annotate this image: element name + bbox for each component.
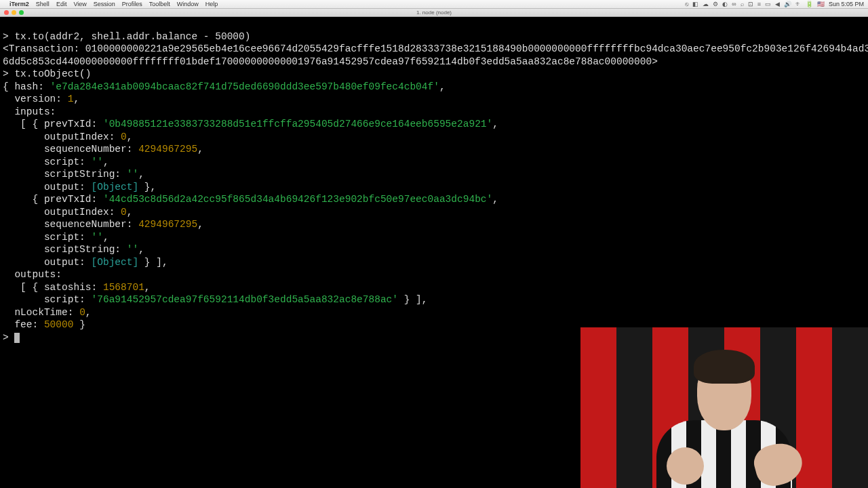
webcam-overlay	[580, 327, 868, 488]
output-string: ''	[92, 232, 103, 243]
output-key: outputIndex:	[3, 131, 121, 142]
output-text: ,	[492, 119, 498, 129]
status-icon[interactable]: ⌕	[741, 1, 744, 7]
output-key: script:	[3, 157, 92, 167]
input-flag-icon[interactable]: 🇺🇸	[817, 1, 825, 7]
status-icon[interactable]: ◐	[722, 1, 728, 7]
status-icon[interactable]: ⊡	[748, 1, 753, 7]
status-icon[interactable]: ◀	[775, 1, 780, 7]
menu-view[interactable]: View	[73, 1, 86, 7]
output-string: '76a91452957cdea97f6592114db0f3edd5a5aa8…	[92, 294, 398, 305]
terminal-cursor	[14, 333, 20, 343]
output-text: ,	[73, 94, 79, 104]
output-text: <Transaction:	[3, 43, 85, 54]
output-text: 0100000000221a9e29565eb4e16cee96674d2055…	[85, 43, 868, 54]
output-key: nLockTime:	[3, 307, 79, 318]
output-text: },	[138, 182, 156, 192]
output-key: script:	[3, 294, 92, 305]
output-text: ,	[127, 131, 133, 142]
output-key: output:	[3, 257, 92, 268]
output-number: 0	[121, 131, 127, 142]
status-icon[interactable]: ▭	[765, 1, 771, 7]
output-string: '0b49885121e3383733288d51e1ffcffa295405d…	[103, 119, 492, 129]
output-key: version:	[3, 94, 68, 104]
window-title-bar[interactable]: 1. node (node)	[0, 9, 868, 17]
output-text: ,	[127, 207, 133, 218]
output-key: output:	[3, 182, 92, 192]
output-object: [Object]	[92, 257, 139, 268]
output-key: inputs:	[3, 106, 56, 117]
output-key: [ { prevTxId:	[3, 119, 103, 129]
output-string: ''	[127, 244, 138, 255]
presenter-person	[639, 352, 809, 488]
menu-edit[interactable]: Edit	[56, 1, 67, 7]
status-icon[interactable]: ≡	[757, 1, 761, 7]
zoom-button[interactable]	[19, 10, 24, 15]
prompt: >	[3, 31, 9, 42]
menu-help[interactable]: Help	[205, 1, 218, 7]
command-text: tx.toObject()	[9, 68, 92, 79]
output-string: '44cd53c8d56d2a42cc95f865d34a4b69426f123…	[103, 194, 492, 205]
output-text: ,	[138, 244, 144, 255]
menu-toolbelt[interactable]: Toolbelt	[149, 1, 170, 7]
status-icon[interactable]: ◧	[692, 1, 698, 7]
output-key: sequenceNumber:	[3, 144, 138, 155]
output-string: ''	[92, 157, 103, 167]
output-string: ''	[127, 169, 138, 180]
app-name[interactable]: iTerm2	[9, 1, 29, 7]
output-key: [ { satoshis:	[3, 282, 103, 293]
output-number: 0	[79, 307, 85, 318]
output-text: ,	[492, 194, 498, 205]
menu-shell[interactable]: Shell	[36, 1, 50, 7]
output-text: ,	[144, 282, 151, 293]
output-key: script:	[3, 232, 92, 243]
output-text: } ],	[138, 257, 168, 268]
output-object: [Object]	[92, 182, 139, 192]
output-key: fee:	[3, 319, 44, 330]
status-icon[interactable]: ☁	[703, 1, 709, 7]
output-text: } ],	[398, 294, 428, 305]
menu-session[interactable]: Session	[94, 1, 115, 7]
output-text: ,	[103, 232, 109, 243]
window-title: 1. node (node)	[416, 9, 452, 16]
status-icon[interactable]: ∞	[732, 1, 736, 7]
status-icon[interactable]: ⎋	[685, 1, 688, 7]
output-key: { hash:	[3, 81, 50, 92]
output-key: scriptString:	[3, 244, 127, 255]
output-key: outputs:	[3, 269, 62, 280]
output-text: 6dd5c853cd440000000000ffffffff01bdef1700…	[3, 56, 658, 67]
status-icon[interactable]: ⚙	[713, 1, 718, 7]
output-key: scriptString:	[3, 169, 127, 180]
close-button[interactable]	[4, 10, 9, 15]
output-key: sequenceNumber:	[3, 219, 138, 230]
wifi-icon[interactable]: ᯤ	[795, 1, 802, 7]
menubar-clock[interactable]: Sun 5:05 PM	[829, 1, 864, 7]
output-text: ,	[439, 81, 446, 92]
output-text: ,	[85, 307, 92, 318]
menubar-status-area: ⎋ ◧ ☁ ⚙ ◐ ∞ ⌕ ⊡ ≡ ▭ ◀ 🔊 ᯤ 🔋 🇺🇸 Sun 5:05 …	[685, 1, 864, 7]
output-key: { prevTxId:	[3, 194, 103, 205]
command-text: tx.to(addr2, shell.addr.balance - 50000)	[9, 31, 251, 42]
output-number: 50000	[44, 319, 74, 330]
output-number: 4294967295	[138, 219, 197, 230]
output-text: ,	[138, 169, 144, 180]
prompt: >	[3, 332, 14, 343]
battery-icon[interactable]: 🔋	[806, 1, 813, 7]
output-key: outputIndex:	[3, 207, 121, 218]
output-text: }	[73, 319, 85, 330]
output-text: ,	[103, 157, 109, 167]
output-number: 1568701	[103, 282, 144, 293]
menu-window[interactable]: Window	[177, 1, 199, 7]
menu-profiles[interactable]: Profiles	[122, 1, 142, 7]
output-string: 'e7da284e341ab0094bcaac82f741d75ded6690d…	[50, 81, 439, 92]
traffic-lights	[4, 10, 24, 15]
output-text: ,	[197, 144, 203, 155]
output-number: 0	[121, 207, 127, 218]
volume-icon[interactable]: 🔊	[784, 1, 791, 7]
output-number: 4294967295	[138, 144, 197, 155]
minimize-button[interactable]	[12, 10, 16, 15]
output-text: ,	[197, 219, 203, 230]
macos-menubar: iTerm2 Shell Edit View Session Profiles …	[0, 0, 868, 9]
prompt: >	[3, 68, 9, 79]
terminal-output[interactable]: > tx.to(addr2, shell.addr.balance - 5000…	[0, 17, 868, 344]
